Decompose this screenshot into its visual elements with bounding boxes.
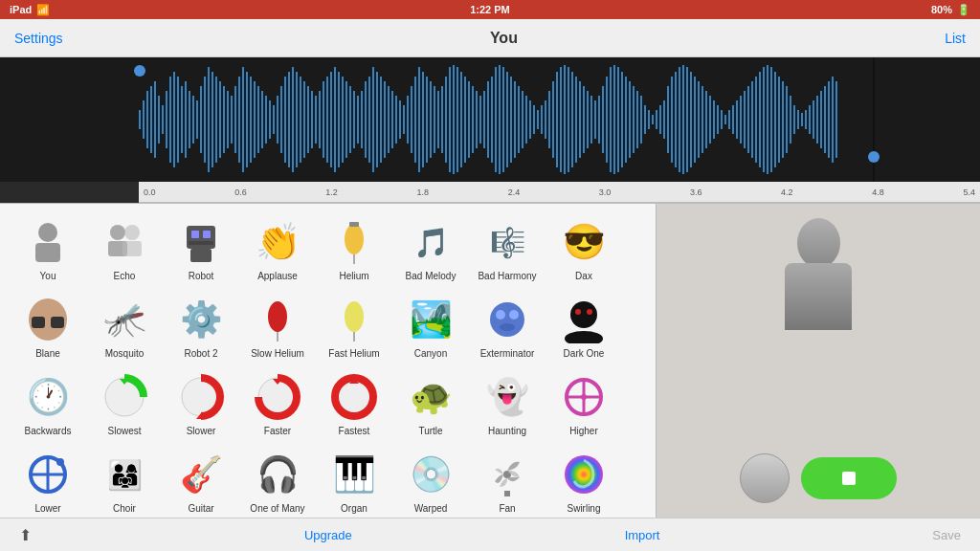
effect-slower-icon: [174, 370, 228, 424]
svg-rect-92: [487, 81, 489, 158]
effect-slower-label: Slower: [187, 426, 216, 436]
svg-rect-80: [441, 86, 443, 153]
svg-rect-125: [613, 65, 615, 174]
effect-turtle[interactable]: 🐢 Turtle: [392, 366, 469, 440]
svg-rect-136: [656, 110, 657, 129]
timeline-mark: 1.8: [416, 187, 429, 197]
effect-haunting[interactable]: 👻 Haunting: [469, 366, 546, 440]
main-content: You Echo Robot 👏 Applause: [0, 204, 980, 518]
svg-rect-56: [349, 86, 351, 153]
svg-rect-41: [292, 67, 294, 172]
svg-rect-43: [300, 77, 301, 163]
svg-rect-111: [560, 67, 562, 172]
svg-rect-171: [790, 96, 791, 143]
svg-rect-93: [491, 77, 493, 163]
effect-robot[interactable]: Robot: [163, 211, 239, 285]
effect-applause[interactable]: 👏 Applause: [239, 211, 316, 285]
effect-bad-harmony[interactable]: 🎼 Bad Harmony: [469, 211, 546, 285]
list-button[interactable]: List: [945, 31, 966, 46]
effect-faster[interactable]: Faster: [239, 366, 316, 440]
effect-slowest-icon: [98, 370, 151, 424]
svg-rect-119: [590, 96, 592, 143]
effect-guitar[interactable]: 🎸 Guitar: [163, 444, 239, 518]
effect-lower-icon: [21, 448, 75, 501]
effect-guitar-icon: 🎸: [174, 448, 228, 501]
effect-canyon[interactable]: 🏞️ Canyon: [392, 289, 469, 363]
import-button[interactable]: Import: [625, 528, 660, 542]
effects-grid: You Echo Robot 👏 Applause: [0, 204, 656, 518]
effect-fan[interactable]: Fan: [469, 444, 546, 518]
settings-button[interactable]: Settings: [14, 31, 63, 46]
svg-rect-25: [231, 96, 233, 143]
svg-rect-137: [659, 105, 661, 134]
svg-rect-128: [625, 77, 627, 163]
effect-choir[interactable]: 👨‍👩‍👧 Choir: [86, 444, 163, 518]
effect-one-of-many[interactable]: 🎧 One of Many: [239, 444, 316, 518]
svg-rect-107: [545, 100, 546, 139]
svg-rect-131: [636, 91, 638, 148]
effect-you[interactable]: You: [10, 211, 86, 285]
svg-rect-115: [575, 77, 577, 163]
svg-rect-49: [323, 81, 324, 158]
svg-rect-86: [464, 77, 466, 163]
effect-faster-icon: [251, 370, 304, 424]
effect-bad-melody[interactable]: 🎵 Bad Melody: [392, 211, 469, 285]
effect-backwards[interactable]: 🕐 Backwards: [10, 366, 86, 440]
effect-exterminator[interactable]: Exterminator: [469, 289, 546, 363]
upgrade-button[interactable]: Upgrade: [304, 528, 352, 542]
effect-slower[interactable]: Slower: [163, 366, 239, 440]
effect-echo[interactable]: Echo: [86, 211, 163, 285]
effect-slowest-label: Slowest: [107, 426, 141, 436]
effect-exterminator-label: Exterminator: [480, 348, 535, 359]
effect-blane[interactable]: Blane: [10, 289, 86, 363]
effect-slow-helium-icon: [251, 293, 304, 346]
svg-rect-127: [621, 72, 623, 167]
svg-rect-40: [288, 72, 290, 167]
effect-robot2[interactable]: ⚙️ Robot 2: [163, 289, 239, 363]
waveform-end-handle[interactable]: [868, 151, 880, 163]
svg-rect-3: [146, 91, 148, 148]
effect-mosquito[interactable]: 🦟 Mosquito: [86, 289, 163, 363]
svg-rect-150: [709, 96, 711, 143]
effect-fastest[interactable]: Fastest: [316, 366, 392, 440]
svg-rect-113: [568, 67, 569, 172]
waveform-start-handle[interactable]: [134, 65, 145, 77]
effect-warped[interactable]: 💿 Warped: [392, 444, 469, 518]
svg-point-205: [345, 301, 364, 332]
svg-rect-94: [495, 67, 497, 172]
effect-fast-helium[interactable]: Fast Helium: [316, 289, 392, 363]
svg-rect-139: [667, 86, 669, 153]
effect-higher[interactable]: Higher: [546, 366, 622, 440]
effect-helium[interactable]: Helium: [316, 211, 392, 285]
share-button[interactable]: ⬆: [19, 526, 32, 544]
effect-slowest[interactable]: Slowest: [86, 366, 163, 440]
record-button[interactable]: [740, 453, 790, 503]
stop-button[interactable]: [801, 457, 897, 499]
effect-choir-icon: 👨‍👩‍👧: [98, 448, 151, 501]
svg-rect-39: [284, 77, 286, 163]
effect-swirling-label: Swirling: [567, 503, 600, 514]
status-bar: iPad 📶 1:22 PM 80% 🔋: [0, 0, 980, 19]
svg-rect-138: [663, 100, 665, 139]
svg-rect-186: [35, 243, 60, 262]
effect-applause-label: Applause: [257, 271, 298, 281]
save-button[interactable]: Save: [932, 528, 961, 542]
waveform-area[interactable]: [0, 57, 980, 182]
effect-organ[interactable]: 🎹 Organ: [316, 444, 392, 518]
svg-rect-37: [277, 96, 278, 143]
svg-rect-201: [51, 317, 64, 328]
effect-dax[interactable]: 😎 Dax: [546, 211, 622, 285]
effect-swirling[interactable]: Swirling: [546, 444, 622, 518]
svg-rect-132: [640, 96, 642, 143]
effect-slow-helium[interactable]: Slow Helium: [239, 289, 316, 363]
svg-rect-110: [556, 72, 558, 167]
svg-rect-168: [778, 77, 780, 163]
svg-point-203: [268, 301, 287, 332]
effect-dark-one[interactable]: Dark One: [546, 289, 622, 363]
svg-rect-195: [190, 249, 212, 262]
svg-rect-175: [805, 110, 807, 129]
effect-lower[interactable]: Lower: [10, 444, 86, 518]
effects-row-4: Lower 👨‍👩‍👧 Choir 🎸 Guitar 🎧 One of Many…: [10, 444, 646, 518]
effect-organ-label: Organ: [341, 503, 368, 514]
timeline-mark: 0.6: [234, 187, 247, 197]
